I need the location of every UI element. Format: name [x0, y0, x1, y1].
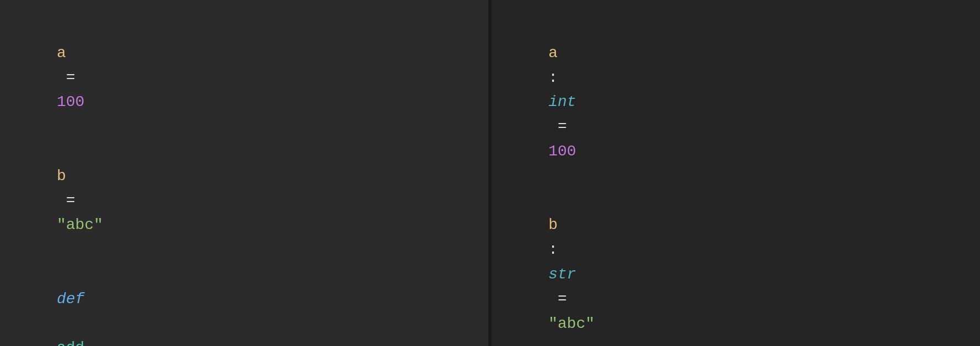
r-var-b: b — [548, 216, 558, 233]
left-line-3: def add ( v1 , v2 ): — [20, 263, 469, 346]
r-eq-1: = — [548, 118, 576, 135]
r-val-100: 100 — [548, 143, 576, 160]
r-var-a: a — [548, 44, 558, 62]
var-b: b — [57, 168, 66, 185]
left-line-2: b = "abc" — [20, 139, 469, 263]
right-line-1: a : int = 100 — [511, 16, 960, 189]
op-eq-1: = — [57, 69, 84, 86]
r-type-str: str — [548, 266, 576, 283]
right-panel: a : int = 100 b : str = "abc" def add ( … — [492, 0, 980, 346]
var-a: a — [57, 44, 66, 62]
r-type-int-1: int — [548, 93, 576, 110]
val-abc: "abc" — [57, 216, 103, 233]
kw-def-1: def — [57, 291, 84, 308]
val-100: 100 — [57, 93, 84, 110]
left-panel: a = 100 b = "abc" def add ( v1 , v2 ): "… — [0, 0, 488, 346]
r-val-abc: "abc" — [548, 315, 594, 332]
r-colon-2: : — [548, 241, 567, 258]
r-colon-1: : — [548, 69, 567, 86]
fn-add-1: add — [57, 339, 84, 346]
space-1 — [57, 315, 66, 332]
left-line-1: a = 100 — [20, 16, 469, 139]
op-eq-2: = — [57, 192, 84, 209]
right-line-2: b : str = "abc" — [511, 189, 960, 346]
r-eq-2: = — [548, 291, 576, 308]
